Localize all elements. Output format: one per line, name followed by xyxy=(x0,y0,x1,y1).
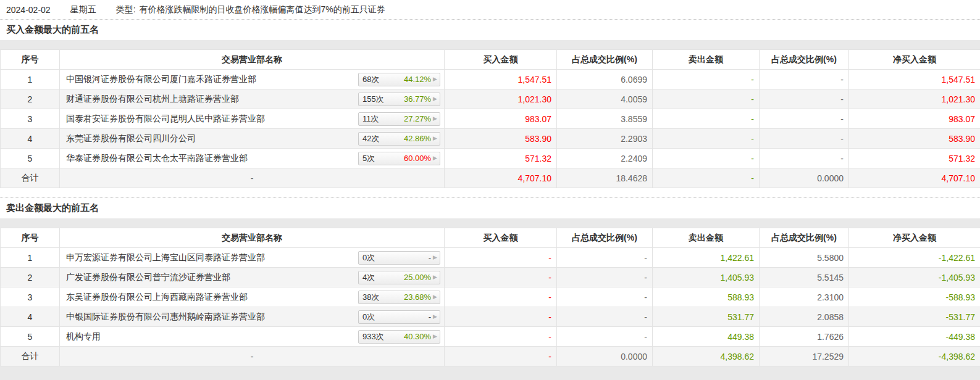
branch-cell: 华泰证券股份有限公司太仓太平南路证券营业部 5次 60.00% ▶ xyxy=(60,149,445,168)
header-sell-ratio: 占总成交比例(%) xyxy=(760,228,849,248)
sell-ratio-cell: 2.0858 xyxy=(760,307,849,327)
history-badge[interactable]: 0次 - ▶ xyxy=(358,310,440,324)
buy-amount-cell: 571.32 xyxy=(445,149,557,168)
header-buy-amount: 买入金额 xyxy=(445,228,557,248)
badge-percent: 36.77% xyxy=(404,94,431,104)
date-type-bar: 2024-02-02 星期五 类型: 有价格涨跌幅限制的日收盘价格涨幅偏离值达到… xyxy=(0,0,980,20)
branch-name-link[interactable]: 华泰证券股份有限公司太仓太平南路证券营业部 xyxy=(66,153,358,164)
history-badge[interactable]: 0次 - ▶ xyxy=(358,251,440,265)
net-amount-cell: 1,021.30 xyxy=(849,89,980,109)
sell-amount-cell: - xyxy=(653,149,760,168)
rank-cell: 5 xyxy=(1,327,60,347)
chevron-right-icon: ▶ xyxy=(433,294,437,300)
branch-cell: 机构专用 933次 40.30% ▶ xyxy=(60,327,445,347)
branch-name-link[interactable]: 东莞证券股份有限公司四川分公司 xyxy=(66,133,358,144)
branch-name-link[interactable]: 国泰君安证券股份有限公司昆明人民中路证券营业部 xyxy=(66,114,358,125)
history-badge[interactable]: 38次 23.68% ▶ xyxy=(358,291,440,304)
history-badge[interactable]: 4次 25.00% ▶ xyxy=(358,271,440,284)
buy-amount-cell: 1,547.51 xyxy=(445,70,557,89)
table-row: 4 中银国际证券股份有限公司惠州鹅岭南路证券营业部 0次 - ▶ - - 531… xyxy=(1,307,980,327)
rank-cell: 2 xyxy=(1,89,60,109)
sell-amount-cell: 531.77 xyxy=(653,307,760,327)
badge-count: 4次 xyxy=(362,272,375,283)
buy-ratio-cell: - xyxy=(557,307,653,327)
branch-cell: 东莞证券股份有限公司四川分公司 42次 42.86% ▶ xyxy=(60,129,445,149)
net-amount-cell: 571.32 xyxy=(849,149,980,168)
buy-amount-cell: - xyxy=(445,248,557,268)
rank-cell: 4 xyxy=(1,307,60,327)
chevron-right-icon: ▶ xyxy=(433,275,437,280)
badge-percent: 23.68% xyxy=(404,292,431,302)
rank-cell: 1 xyxy=(1,70,60,89)
branch-name-link[interactable]: 中银国际证券股份有限公司惠州鹅岭南路证券营业部 xyxy=(66,312,358,323)
sell-amount-cell: - xyxy=(653,89,760,109)
buy-amount-cell: 583.90 xyxy=(445,129,557,149)
total-label: 合计 xyxy=(1,168,60,188)
chevron-right-icon: ▶ xyxy=(433,255,437,260)
badge-count: 5次 xyxy=(362,153,375,164)
branch-name-link[interactable]: 机构专用 xyxy=(66,331,358,342)
sell-amount-cell: 4,398.62 xyxy=(653,347,760,366)
chevron-right-icon: ▶ xyxy=(433,314,437,320)
net-amount-cell: -531.77 xyxy=(849,307,980,327)
section-title-sell: 卖出金额最大的前五名 xyxy=(0,198,980,218)
table-row: 1 中国银河证券股份有限公司厦门嘉禾路证券营业部 68次 44.12% ▶ 1,… xyxy=(1,70,980,89)
header-buy-amount: 买入金额 xyxy=(445,50,557,70)
net-amount-cell: -588.93 xyxy=(849,287,980,307)
sell-amount-cell: - xyxy=(653,129,760,149)
sell-amount-cell: 1,405.93 xyxy=(653,268,760,287)
sell-ratio-cell: 17.2529 xyxy=(760,347,849,366)
rank-cell: 3 xyxy=(1,109,60,129)
table-row: 3 东吴证券股份有限公司上海西藏南路证券营业部 38次 23.68% ▶ - -… xyxy=(1,287,980,307)
table-total-row: 合计 - - 0.0000 4,398.62 17.2529 -4,398.62 xyxy=(1,347,980,366)
history-badge[interactable]: 42次 42.86% ▶ xyxy=(358,132,440,146)
header-buy-ratio: 占总成交比例(%) xyxy=(557,228,653,248)
net-amount-cell: 4,707.10 xyxy=(849,168,980,188)
sell-ratio-cell: 1.7626 xyxy=(760,327,849,347)
header-buy-ratio: 占总成交比例(%) xyxy=(557,50,653,70)
sell-ratio-cell: 5.5800 xyxy=(760,248,849,268)
badge-percent: 60.00% xyxy=(404,154,431,163)
history-badge[interactable]: 933次 40.30% ▶ xyxy=(358,330,440,344)
branch-name-link[interactable]: 中国银河证券股份有限公司厦门嘉禾路证券营业部 xyxy=(66,74,358,85)
sell-amount-cell: 449.38 xyxy=(653,327,760,347)
branch-name-link[interactable]: 东吴证券股份有限公司上海西藏南路证券营业部 xyxy=(66,292,358,303)
header-net-amount: 净买入金额 xyxy=(849,50,980,70)
badge-count: 155次 xyxy=(362,94,384,105)
buy-amount-cell: 4,707.10 xyxy=(445,168,557,188)
history-badge[interactable]: 68次 44.12% ▶ xyxy=(358,73,440,86)
buy-ratio-cell: - xyxy=(557,287,653,307)
buy-ratio-cell: 18.4628 xyxy=(557,168,653,188)
header-net-amount: 净买入金额 xyxy=(849,228,980,248)
branch-name-link[interactable]: 广发证券股份有限公司普宁流沙证券营业部 xyxy=(66,272,358,283)
table-total-row: 合计 - 4,707.10 18.4628 - 0.0000 4,707.10 xyxy=(1,168,980,188)
history-badge[interactable]: 11次 27.27% ▶ xyxy=(358,112,440,126)
badge-count: 38次 xyxy=(362,292,379,303)
buy-amount-cell: 983.07 xyxy=(445,109,557,129)
history-badge[interactable]: 155次 36.77% ▶ xyxy=(358,93,440,106)
buy-amount-cell: - xyxy=(445,268,557,287)
sell-amount-cell: - xyxy=(653,109,760,129)
branch-name-link[interactable]: 申万宏源证券有限公司上海宝山区同泰路证券营业部 xyxy=(66,252,358,263)
branch-cell: 中国银河证券股份有限公司厦门嘉禾路证券营业部 68次 44.12% ▶ xyxy=(60,70,445,89)
buy-ratio-cell: - xyxy=(557,327,653,347)
rank-cell: 4 xyxy=(1,129,60,149)
history-badge[interactable]: 5次 60.00% ▶ xyxy=(358,152,440,165)
type-text: 有价格涨跌幅限制的日收盘价格涨幅偏离值达到7%的前五只证券 xyxy=(140,4,385,15)
sell-table: 序号 交易营业部名称 买入金额 占总成交比例(%) 卖出金额 占总成交比例(%)… xyxy=(0,228,980,366)
buy-ratio-cell: 0.0000 xyxy=(557,347,653,366)
branch-name-link[interactable]: 财通证券股份有限公司杭州上塘路证券营业部 xyxy=(66,94,358,105)
sell-amount-cell: - xyxy=(653,70,760,89)
spacer xyxy=(0,40,980,49)
badge-percent: 40.30% xyxy=(404,332,431,341)
buy-table: 序号 交易营业部名称 买入金额 占总成交比例(%) 卖出金额 占总成交比例(%)… xyxy=(0,49,980,188)
badge-percent: 27.27% xyxy=(404,114,431,123)
chevron-right-icon: ▶ xyxy=(433,76,437,82)
table-header-row: 序号 交易营业部名称 买入金额 占总成交比例(%) 卖出金额 占总成交比例(%)… xyxy=(1,228,980,248)
sell-ratio-cell: - xyxy=(760,149,849,168)
table-row: 1 申万宏源证券有限公司上海宝山区同泰路证券营业部 0次 - ▶ - - 1,4… xyxy=(1,248,980,268)
sell-ratio-cell: 2.3100 xyxy=(760,287,849,307)
sell-ratio-cell: 0.0000 xyxy=(760,168,849,188)
buy-ratio-cell: 2.2409 xyxy=(557,149,653,168)
sell-amount-cell: 1,422.61 xyxy=(653,248,760,268)
